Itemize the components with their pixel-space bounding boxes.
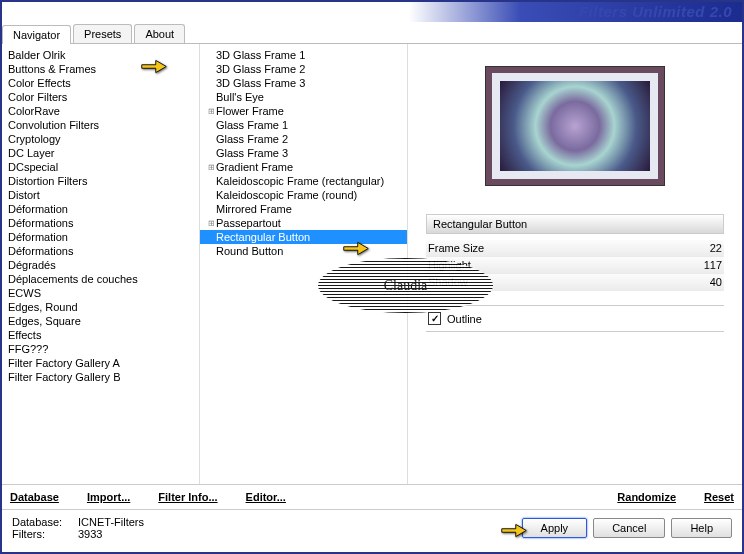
link-reset[interactable]: Reset <box>704 491 734 503</box>
category-item[interactable]: Edges, Round <box>2 300 199 314</box>
filter-item[interactable]: 3D Glass Frame 3 <box>200 76 407 90</box>
slider-value: 40 <box>710 276 722 288</box>
category-item[interactable]: Distortion Filters <box>2 174 199 188</box>
filter-label: Kaleidoscopic Frame (round) <box>216 189 357 201</box>
expand-icon <box>206 92 216 102</box>
category-item[interactable]: Color Effects <box>2 76 199 90</box>
filter-item[interactable]: ⊞Gradient Frame <box>200 160 407 174</box>
category-item[interactable]: Filter Factory Gallery B <box>2 370 199 384</box>
category-item[interactable]: Convolution Filters <box>2 118 199 132</box>
help-button[interactable]: Help <box>671 518 732 538</box>
category-item[interactable]: Distort <box>2 188 199 202</box>
category-list[interactable]: Balder OlrikButtons & FramesColor Effect… <box>2 44 200 484</box>
tab-about[interactable]: About <box>134 24 185 43</box>
filter-label: Glass Frame 1 <box>216 119 288 131</box>
filter-label: 3D Glass Frame 3 <box>216 77 305 89</box>
filter-item[interactable]: Mirrored Frame <box>200 202 407 216</box>
filter-item[interactable]: Glass Frame 1 <box>200 118 407 132</box>
expand-icon <box>206 78 216 88</box>
filter-item[interactable]: Glass Frame 3 <box>200 146 407 160</box>
category-item[interactable]: ECWS <box>2 286 199 300</box>
filter-label: Round Button <box>216 245 283 257</box>
filter-item[interactable]: Kaleidoscopic Frame (round) <box>200 188 407 202</box>
category-item[interactable]: Buttons & Frames <box>2 62 199 76</box>
link-randomize[interactable]: Randomize <box>617 491 676 503</box>
filter-item[interactable]: Rectangular Button <box>200 230 407 244</box>
filters-value: 3933 <box>78 528 102 540</box>
expand-icon <box>206 64 216 74</box>
filter-item[interactable]: 3D Glass Frame 2 <box>200 62 407 76</box>
filter-item[interactable]: Bull's Eye <box>200 90 407 104</box>
filter-item[interactable]: Round Button <box>200 244 407 258</box>
category-item[interactable]: FFG??? <box>2 342 199 356</box>
main-area: Balder OlrikButtons & FramesColor Effect… <box>2 44 742 484</box>
slider-value: 22 <box>710 242 722 254</box>
filter-label: Mirrored Frame <box>216 203 292 215</box>
category-item[interactable]: Dégradés <box>2 258 199 272</box>
filter-label: Bull's Eye <box>216 91 264 103</box>
tab-navigator[interactable]: Navigator <box>2 25 71 44</box>
outline-row[interactable]: ✓ Outline <box>426 305 724 332</box>
expand-icon <box>206 50 216 60</box>
db-value: ICNET-Filters <box>78 516 144 528</box>
expand-icon <box>206 148 216 158</box>
preview-frame <box>485 66 665 186</box>
link-filterinfo[interactable]: Filter Info... <box>158 491 217 503</box>
link-editor[interactable]: Editor... <box>246 491 286 503</box>
category-item[interactable]: Déformations <box>2 216 199 230</box>
tab-strip: Navigator Presets About <box>2 24 742 44</box>
slider-row[interactable]: Frame Size22 <box>426 240 724 257</box>
expand-icon <box>206 232 216 242</box>
filter-label: Rectangular Button <box>216 231 310 243</box>
outline-label: Outline <box>447 313 482 325</box>
category-item[interactable]: Filter Factory Gallery A <box>2 356 199 370</box>
filter-label: 3D Glass Frame 1 <box>216 49 305 61</box>
category-item[interactable]: Déformations <box>2 244 199 258</box>
link-database[interactable]: Database <box>10 491 59 503</box>
app-title: Filters Unlimited 2.0 <box>579 3 732 20</box>
filter-item[interactable]: ⊞Flower Frame <box>200 104 407 118</box>
tab-presets[interactable]: Presets <box>73 24 132 43</box>
category-item[interactable]: Color Filters <box>2 90 199 104</box>
category-item[interactable]: Déformation <box>2 202 199 216</box>
filter-label: 3D Glass Frame 2 <box>216 63 305 75</box>
expand-icon <box>206 176 216 186</box>
filter-label: Flower Frame <box>216 105 284 117</box>
cancel-button[interactable]: Cancel <box>593 518 665 538</box>
category-item[interactable]: Déplacements de couches <box>2 272 199 286</box>
apply-button[interactable]: Apply <box>522 518 588 538</box>
preview-mat <box>492 73 658 179</box>
filter-item[interactable]: Glass Frame 2 <box>200 132 407 146</box>
slider-value: 117 <box>704 259 722 271</box>
filter-item[interactable]: 3D Glass Frame 1 <box>200 48 407 62</box>
filter-label: Kaleidoscopic Frame (rectangular) <box>216 175 384 187</box>
filter-item[interactable]: Kaleidoscopic Frame (rectangular) <box>200 174 407 188</box>
outline-checkbox[interactable]: ✓ <box>428 312 441 325</box>
category-item[interactable]: Effects <box>2 328 199 342</box>
category-item[interactable]: Déformation <box>2 230 199 244</box>
expand-icon <box>206 120 216 130</box>
expand-icon: ⊞ <box>206 162 216 172</box>
expand-icon <box>206 134 216 144</box>
link-import[interactable]: Import... <box>87 491 130 503</box>
button-row: Apply Cancel Help <box>522 518 732 538</box>
expand-icon <box>206 246 216 256</box>
filter-label: Glass Frame 2 <box>216 133 288 145</box>
watermark-badge: Claudia <box>318 258 493 313</box>
category-item[interactable]: Balder Olrik <box>2 48 199 62</box>
filter-name-bar: Rectangular Button <box>426 214 724 234</box>
link-bar: Database Import... Filter Info... Editor… <box>2 484 742 510</box>
status-row: Database:ICNET-Filters Filters:3933 Appl… <box>2 510 742 546</box>
expand-icon <box>206 190 216 200</box>
category-item[interactable]: DC Layer <box>2 146 199 160</box>
filter-label: Gradient Frame <box>216 161 293 173</box>
title-bar: Filters Unlimited 2.0 <box>2 2 742 22</box>
category-item[interactable]: Edges, Square <box>2 314 199 328</box>
filter-item[interactable]: ⊞Passepartout <box>200 216 407 230</box>
db-label: Database: <box>12 516 72 528</box>
category-item[interactable]: Cryptology <box>2 132 199 146</box>
category-item[interactable]: DCspecial <box>2 160 199 174</box>
filter-label: Glass Frame 3 <box>216 147 288 159</box>
category-item[interactable]: ColorRave <box>2 104 199 118</box>
expand-icon: ⊞ <box>206 106 216 116</box>
